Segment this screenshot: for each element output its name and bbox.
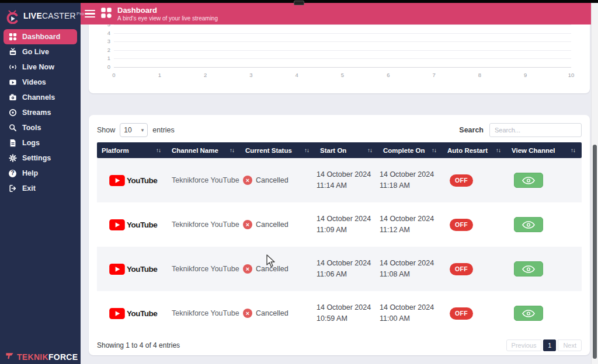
x-axis-tick-label: 9 bbox=[517, 72, 534, 78]
sort-icon: ↑↓ bbox=[156, 147, 161, 153]
sidebar-item-label: Logs bbox=[22, 139, 40, 147]
next-page-button[interactable]: Next bbox=[558, 340, 582, 351]
page-subtitle: A bird's eye view of your live streaming bbox=[117, 15, 218, 22]
brand-logo[interactable]: LIVECASTERPro bbox=[0, 3, 81, 26]
start-on-cell: 14 October 202411:09 AM bbox=[315, 214, 378, 236]
channel-name: Teknikforce YouTube bbox=[167, 220, 241, 229]
sidebar: LIVECASTERPro Dashboard Go Live Live Now… bbox=[0, 3, 81, 364]
platform-cell: YouTube bbox=[97, 308, 167, 319]
eye-icon bbox=[522, 310, 535, 317]
disc-icon bbox=[8, 108, 17, 117]
x-axis-tick-label: 1 bbox=[151, 72, 168, 78]
sidebar-item-streams[interactable]: Streams bbox=[4, 105, 77, 120]
status-cell: × Cancelled bbox=[241, 309, 315, 318]
sidebar-item-label: Tools bbox=[22, 124, 41, 132]
column-header-platform[interactable]: Platform↑↓ bbox=[97, 142, 167, 158]
auto-restart-badge[interactable]: OFF bbox=[450, 263, 473, 275]
search-input[interactable] bbox=[489, 123, 582, 137]
column-header-view-channel[interactable]: View Channel↑↓ bbox=[507, 142, 582, 158]
scrollbar[interactable] bbox=[591, 3, 598, 364]
gear-icon bbox=[8, 154, 17, 163]
sidebar-item-dashboard[interactable]: Dashboard bbox=[4, 29, 77, 44]
youtube-logo: YouTube bbox=[109, 175, 157, 186]
sidebar-item-channels[interactable]: Channels bbox=[4, 90, 77, 105]
sidebar-item-label: Exit bbox=[22, 184, 36, 192]
status-label: Cancelled bbox=[256, 220, 288, 229]
youtube-play-icon bbox=[109, 175, 125, 186]
youtube-logo: YouTube bbox=[109, 219, 157, 230]
menu-toggle-icon[interactable] bbox=[85, 10, 95, 18]
scrollbar-thumb[interactable] bbox=[593, 145, 597, 359]
auto-restart-badge[interactable]: OFF bbox=[450, 174, 473, 187]
teknikforce-logo: TEKNIKFORCE bbox=[5, 352, 78, 362]
column-header-complete-on[interactable]: Complete On↑↓ bbox=[378, 142, 443, 158]
y-axis-tick-label: 4 bbox=[95, 30, 110, 36]
cancelled-icon: × bbox=[243, 176, 252, 185]
table-footer: Showing 1 to 4 of 4 entries Previous 1 N… bbox=[97, 335, 582, 355]
sidebar-item-settings[interactable]: Settings bbox=[4, 150, 77, 166]
x-axis-tick-label: 2 bbox=[197, 72, 214, 78]
chevron-down-icon: ▾ bbox=[141, 127, 144, 133]
auto-restart-badge[interactable]: OFF bbox=[450, 219, 473, 231]
entries-label: entries bbox=[152, 126, 175, 134]
auto-restart-cell: OFF bbox=[443, 219, 507, 231]
column-header-channel-name[interactable]: Channel Name↑↓ bbox=[167, 142, 241, 158]
status-cell: × Cancelled bbox=[241, 176, 315, 185]
view-channel-cell bbox=[507, 261, 582, 276]
x-axis-tick-label: 0 bbox=[105, 72, 123, 78]
sidebar-item-label: Streams bbox=[22, 108, 51, 117]
app-window: LIVECASTERPro Dashboard Go Live Live Now… bbox=[0, 0, 598, 364]
chart-gridline bbox=[114, 50, 571, 51]
chart-gridline bbox=[114, 33, 571, 34]
view-channel-cell bbox=[507, 306, 582, 321]
sidebar-item-videos[interactable]: Videos bbox=[4, 75, 77, 90]
channel-name: Teknikforce YouTube bbox=[167, 309, 241, 317]
table-header: Platform↑↓ Channel Name↑↓ Current Status… bbox=[97, 142, 582, 158]
x-axis-tick-label: 8 bbox=[471, 72, 488, 78]
eye-icon bbox=[522, 221, 535, 229]
complete-on-cell: 14 October 202411:12 AM bbox=[378, 214, 443, 236]
file-icon bbox=[8, 139, 17, 148]
chart-gridline bbox=[114, 58, 571, 59]
table-row: YouTube Teknikforce YouTube × Cancelled … bbox=[97, 158, 582, 202]
mouse-cursor bbox=[265, 254, 277, 268]
view-channel-button[interactable] bbox=[514, 261, 543, 276]
table-row: YouTube Teknikforce YouTube × Cancelled … bbox=[97, 202, 582, 247]
table-card: Show 10 ▾ entries Search Platform↑↓ Chan… bbox=[89, 115, 590, 355]
chart-gridline bbox=[114, 24, 571, 25]
view-channel-button[interactable] bbox=[514, 217, 543, 232]
complete-on-cell: 14 October 202411:18 AM bbox=[378, 169, 443, 191]
sidebar-item-label: Videos bbox=[22, 78, 46, 86]
cancelled-icon: × bbox=[243, 264, 252, 274]
view-channel-button[interactable] bbox=[514, 173, 543, 188]
column-header-current-status[interactable]: Current Status↑↓ bbox=[241, 142, 315, 158]
column-header-start-on[interactable]: Start On↑↓ bbox=[315, 142, 378, 158]
sidebar-item-exit[interactable]: Exit bbox=[4, 181, 77, 196]
top-black-bar bbox=[0, 0, 598, 3]
video-icon bbox=[8, 78, 17, 87]
table-row: YouTube Teknikforce YouTube × Cancelled … bbox=[97, 247, 582, 291]
sidebar-item-help[interactable]: ? Help bbox=[4, 166, 77, 181]
auto-restart-badge[interactable]: OFF bbox=[450, 307, 473, 320]
sidebar-item-tools[interactable]: Tools bbox=[4, 120, 77, 135]
youtube-logo: YouTube bbox=[109, 264, 157, 275]
sidebar-item-logs[interactable]: Logs bbox=[4, 135, 77, 150]
x-axis-tick-label: 5 bbox=[334, 72, 352, 78]
previous-page-button[interactable]: Previous bbox=[506, 340, 542, 351]
sidebar-menu: Dashboard Go Live Live Now Videos Channe… bbox=[0, 29, 81, 196]
sidebar-item-go-live[interactable]: Go Live bbox=[4, 44, 77, 60]
platform-label: YouTube bbox=[127, 220, 157, 229]
current-page-button[interactable]: 1 bbox=[543, 340, 556, 351]
page-size-select[interactable]: 10 ▾ bbox=[120, 123, 148, 137]
x-axis-tick-label: 4 bbox=[288, 72, 305, 78]
platform-label: YouTube bbox=[127, 265, 157, 274]
youtube-play-icon bbox=[109, 264, 125, 275]
view-channel-button[interactable] bbox=[514, 306, 543, 321]
help-icon: ? bbox=[8, 169, 17, 178]
column-header-auto-restart[interactable]: Auto Restart↑↓ bbox=[443, 142, 507, 158]
sort-icon: ↑↓ bbox=[571, 147, 575, 153]
x-axis-tick-label: 3 bbox=[242, 72, 260, 78]
channel-name: Teknikforce YouTube bbox=[167, 176, 241, 184]
auto-restart-cell: OFF bbox=[443, 263, 507, 275]
sidebar-item-live-now[interactable]: Live Now bbox=[4, 60, 77, 75]
